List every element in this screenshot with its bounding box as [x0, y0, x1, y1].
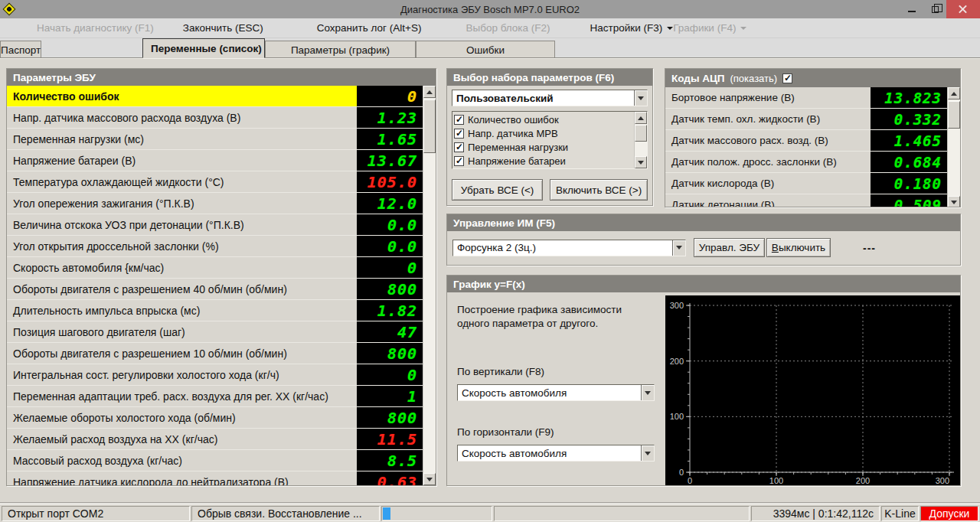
param-row[interactable]: Интегральная сост. регулировки холостого… — [7, 364, 423, 386]
checkbox-icon[interactable] — [454, 115, 464, 125]
param-row[interactable]: Количество ошибок 0 — [7, 86, 423, 107]
adc-value: 0.684 — [871, 152, 947, 172]
progress-indicator — [383, 507, 390, 520]
adc-list: Бортовое напряжение (В) 13.823 Датчик те… — [665, 87, 947, 207]
param-row[interactable]: Величина отскока УОЗ при детонации (°П.К… — [7, 214, 423, 236]
tab[interactable]: Паспорт — [0, 41, 41, 58]
minimize-icon — [908, 11, 916, 12]
menu-item: Начать диагностику (F1) — [37, 22, 154, 34]
param-row[interactable]: Напряжение датчика кислорода до нейтрали… — [7, 471, 423, 485]
param-value: 0 — [357, 86, 423, 106]
menu-item[interactable]: Сохранить лог (Alt+S) — [317, 22, 422, 34]
scroll-thumb[interactable] — [423, 100, 436, 153]
adc-row[interactable]: Бортовое напряжение (В) 13.823 — [665, 87, 947, 109]
status-protocol: K-Line — [881, 506, 919, 521]
ecu-control-button[interactable]: Управл. ЭБУ — [694, 238, 765, 257]
param-value: 800 — [357, 407, 423, 428]
checklist-item[interactable]: Переменная нагрузки — [454, 140, 634, 154]
adc-row[interactable]: Датчик массового расх. возд. (В) 1.465 — [665, 130, 947, 152]
scroll-up-button[interactable] — [948, 87, 960, 100]
param-value: 0.0 — [357, 236, 423, 256]
param-label: Длительность импульса впрыска (мс) — [7, 300, 357, 321]
checkbox-icon[interactable] — [454, 129, 464, 139]
status-progress — [381, 506, 492, 521]
checkbox-icon[interactable] — [454, 142, 464, 152]
scroll-up-button[interactable] — [635, 112, 647, 124]
adc-value: 13.823 — [871, 87, 947, 108]
adc-show-checkbox[interactable] — [782, 73, 792, 83]
param-row[interactable]: Переменная адаптации треб. расх. воздуха… — [7, 386, 423, 407]
ecu-scrollbar[interactable] — [423, 86, 436, 485]
scroll-down-button[interactable] — [635, 156, 647, 168]
actuator-combo-value: Форсунка 2 (3ц.) — [453, 242, 672, 253]
checklist-item[interactable]: Напряжение батареи — [454, 154, 634, 168]
adc-value: 0.509 — [871, 194, 947, 207]
param-row[interactable]: Скорость автомобиля {км/час) 0 — [7, 257, 423, 279]
checkbox-icon[interactable] — [454, 156, 464, 166]
adc-row[interactable]: Датчик темп. охл. жидкости (В) 0.332 — [665, 109, 947, 130]
param-set-combo[interactable]: Пользовательский — [452, 90, 648, 106]
switch-off-button[interactable]: Выключить — [766, 238, 831, 257]
combo-dropdown-button[interactable] — [641, 445, 654, 461]
adc-row[interactable]: Датчик кислорода (В) 0.180 — [665, 173, 947, 194]
menu-item[interactable]: Настройки (F3) — [590, 22, 674, 34]
param-set-panel: Выбор набора параметров (F6) Пользовател… — [446, 68, 653, 206]
param-row[interactable]: Обороты двигателя с разрешением 10 об/ми… — [7, 343, 423, 364]
checklist-item[interactable]: Количество ошибок — [454, 113, 634, 126]
param-value: 47 — [357, 321, 423, 342]
chevron-down-icon — [645, 391, 651, 398]
adc-label: Датчик полож. дросс. заслонки (В) — [665, 152, 871, 172]
param-row[interactable]: Переменная нагрузки (мс) 1.65 — [7, 129, 423, 150]
clear-all-button[interactable]: Убрать ВСЕ (<) — [452, 179, 543, 201]
param-value: 105.0 — [357, 171, 423, 192]
tab[interactable]: Ошибки — [416, 41, 555, 58]
menu-item[interactable]: Закончить (ESC) — [183, 22, 263, 34]
enable-all-button[interactable]: Включить ВСЕ (>) — [550, 179, 648, 201]
param-row[interactable]: Обороты двигателя с разрешением 40 об/ми… — [7, 279, 423, 300]
param-row[interactable]: Угол опережения зажигания (°П.К.В) 12.0 — [7, 193, 423, 214]
param-row[interactable]: Напряжение батареи (В) 13.67 — [7, 150, 423, 171]
status-empty — [494, 506, 750, 521]
checklist-item[interactable]: Напр. датчика МРВ — [454, 126, 634, 140]
vertical-axis-label: По вертикали (F8) — [457, 366, 655, 377]
horizontal-axis-combo[interactable]: Скорость автомобиля — [457, 445, 655, 462]
param-row[interactable]: Температура охлаждающей жидкости (°С) 10… — [7, 171, 423, 193]
param-label: Желаемый расход воздуха на ХХ (кг/час) — [7, 429, 357, 449]
scroll-thumb[interactable] — [635, 125, 647, 142]
param-checklist: Количество ошибок Напр. датчика МРВ Пере… — [452, 112, 634, 168]
combo-dropdown-button[interactable] — [641, 385, 654, 400]
restore-button[interactable] — [923, 0, 946, 18]
tolerances-badge[interactable]: Допуски — [920, 506, 978, 521]
status-port: Открыт порт COM2 — [2, 506, 190, 521]
param-row[interactable]: Напр. датчика массового расхода воздуха … — [7, 107, 423, 129]
adc-scrollbar[interactable] — [947, 87, 960, 207]
vertical-axis-combo[interactable]: Скорость автомобиля — [457, 384, 655, 401]
tab[interactable]: Параметры (график) — [265, 41, 416, 58]
menu-item: Графики (F4) — [673, 22, 746, 34]
minimize-button[interactable] — [900, 0, 923, 18]
scroll-down-button[interactable] — [423, 473, 436, 485]
combo-dropdown-button[interactable] — [672, 240, 685, 256]
arrow-up-icon — [638, 113, 644, 120]
adc-row[interactable]: Датчик полож. дросс. заслонки (В) 0.684 — [665, 152, 947, 173]
adc-row[interactable]: Датчик детонации (В) 0.509 — [665, 194, 947, 207]
close-button[interactable] — [946, 0, 980, 18]
adc-label: Датчик темп. охл. жидкости (В) — [665, 109, 871, 129]
arrow-up-icon — [426, 87, 433, 94]
param-row[interactable]: Позиция шагового двигателя (шаг) 47 — [7, 321, 423, 343]
param-row[interactable]: Желаемые обороты холостого хода (об/мин)… — [7, 407, 423, 429]
param-row[interactable]: Угол открытия дроссельной заслонки (%) 0… — [7, 236, 423, 257]
param-row[interactable]: Желаемый расход воздуха на ХХ (кг/час) 1… — [7, 429, 423, 450]
scroll-up-button[interactable] — [423, 86, 436, 98]
tab[interactable]: Переменные (список) — [142, 38, 265, 58]
param-row[interactable]: Массовый расход воздуха (кг/час) 8.5 — [7, 450, 423, 471]
scroll-down-button[interactable] — [948, 196, 960, 207]
scroll-thumb[interactable] — [948, 101, 960, 129]
checklist-scrollbar[interactable] — [634, 112, 647, 168]
svg-text:100: 100 — [769, 476, 783, 485]
combo-dropdown-button[interactable] — [634, 90, 647, 106]
param-label: Напряжение батареи (В) — [7, 150, 357, 171]
actuator-combo[interactable]: Форсунка 2 (3ц.) — [452, 240, 686, 256]
param-row[interactable]: Длительность импульса впрыска (мс) 1.82 — [7, 300, 423, 321]
param-value: 12.0 — [357, 193, 423, 214]
